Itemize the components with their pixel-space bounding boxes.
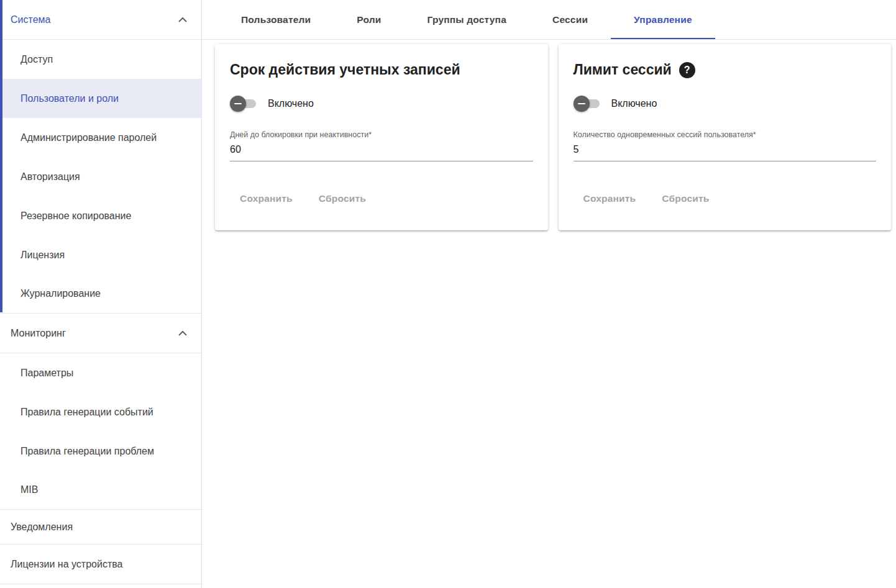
sidebar-item-label: Журналирование [21,288,101,299]
sidebar-section-label: Уведомления [11,522,73,533]
field-label: Дней до блокировки при неактивности* [230,130,533,139]
minus-icon [578,103,585,104]
sidebar-item-users-roles[interactable]: Пользователи и роли [0,79,201,118]
sidebar-item-label: Правила генерации проблем [21,446,154,457]
enabled-toggle[interactable] [230,96,258,112]
sidebar-item-label: Лицензия [21,250,65,261]
sidebar-section-label: Система [11,14,50,25]
toggle-thumb [230,96,246,112]
tab-label: Группы доступа [427,14,506,25]
sidebar-item-parameters[interactable]: Параметры [0,353,201,392]
inactivity-days-field: Дней до блокировки при неактивности* [230,130,533,161]
card-actions: Сохранить Сбросить [574,186,877,215]
toggle-label: Включено [611,98,657,109]
toggle-row: Включено [574,96,877,112]
sidebar-section-label: Лицензии на устройства [11,559,122,570]
sidebar-item-label: Авторизация [21,171,80,183]
reset-button[interactable]: Сбросить [309,186,376,211]
sidebar-item-backup[interactable]: Резервное копирование [0,196,201,235]
toggle-label: Включено [268,98,314,109]
sidebar-item-mib[interactable]: MIB [0,471,201,510]
tab-label: Роли [357,14,381,25]
sidebar-item-problem-rules[interactable]: Правила генерации проблем [0,432,201,471]
chevron-up-icon[interactable] [175,326,190,341]
tab-access-groups[interactable]: Группы доступа [405,0,529,39]
save-button[interactable]: Сохранить [574,186,646,211]
session-count-input[interactable] [574,140,877,161]
sidebar-item-access[interactable]: Доступ [0,40,201,79]
sidebar: Система Доступ Пользователи и роли Админ… [0,0,202,588]
sidebar-section-notifications[interactable]: Уведомления [0,510,201,545]
card-actions: Сохранить Сбросить [230,186,533,215]
tab-management[interactable]: Управление [611,0,715,39]
sidebar-item-logging[interactable]: Журналирование [0,274,201,314]
tab-roles[interactable]: Роли [334,0,404,39]
card-title: Срок действия учетных записей [230,61,533,78]
active-section-stripe [0,0,2,312]
sidebar-item-label: MIB [21,484,38,495]
sidebar-section-label: Мониторинг [11,328,66,339]
enabled-toggle[interactable] [574,96,602,112]
tab-sessions[interactable]: Сессии [529,0,611,39]
help-icon[interactable]: ? [679,62,695,78]
sidebar-section-device-licenses[interactable]: Лицензии на устройства [0,545,201,584]
sidebar-item-password-admin[interactable]: Администрирование паролей [0,118,201,157]
sidebar-section-system[interactable]: Система [0,0,201,40]
main-area: Пользователи Роли Группы доступа Сессии … [202,0,896,588]
chevron-up-icon[interactable] [175,12,190,27]
toggle-thumb [574,96,590,112]
content-panel: Срок действия учетных записей Включено Д… [202,40,896,230]
account-expiry-card: Срок действия учетных записей Включено Д… [215,44,548,230]
session-limit-card: Лимит сессий ? Включено Количество однов… [559,44,892,230]
sidebar-item-authorization[interactable]: Авторизация [0,157,201,196]
sidebar-item-label: Администрирование паролей [21,132,157,143]
toggle-row: Включено [230,96,533,112]
sidebar-item-label: Правила генерации событий [21,407,153,418]
card-title-text: Лимит сессий [574,61,672,78]
inactivity-days-input[interactable] [230,140,533,161]
sidebar-item-event-rules[interactable]: Правила генерации событий [0,392,201,432]
field-label: Количество одновременных сессий пользова… [574,130,877,139]
app-window: Система Доступ Пользователи и роли Админ… [0,0,896,588]
session-count-field: Количество одновременных сессий пользова… [574,130,877,161]
tab-label: Сессии [552,14,588,25]
tab-users[interactable]: Пользователи [218,0,334,39]
minus-icon [234,103,242,104]
card-title: Лимит сессий ? [574,61,877,78]
sidebar-item-license[interactable]: Лицензия [0,235,201,274]
tab-bar: Пользователи Роли Группы доступа Сессии … [202,0,896,40]
tab-label: Пользователи [241,14,311,25]
sidebar-item-label: Доступ [21,54,53,65]
reset-button[interactable]: Сбросить [652,186,719,211]
sidebar-item-label: Параметры [21,368,73,379]
tab-label: Управление [634,14,692,25]
sidebar-section-monitoring[interactable]: Мониторинг [0,314,201,353]
card-title-text: Срок действия учетных записей [230,61,460,78]
sidebar-item-label: Пользователи и роли [21,93,119,104]
sidebar-item-label: Резервное копирование [21,210,131,222]
save-button[interactable]: Сохранить [230,186,303,211]
